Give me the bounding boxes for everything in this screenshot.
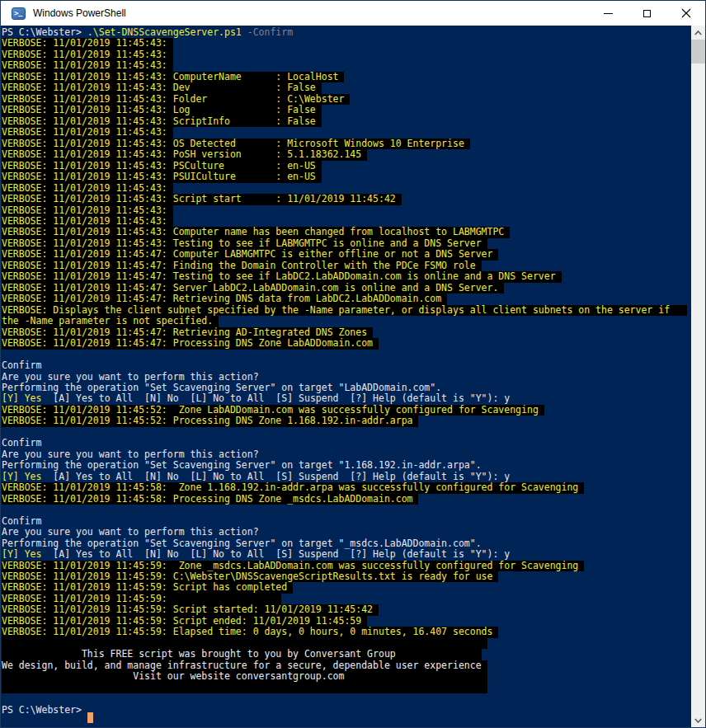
console-line: VERBOSE: 11/01/2019 11:45:59: xyxy=(2,594,691,604)
text-segment: VERBOSE: 11/01/2019 11:45:59: C:\Webster… xyxy=(2,571,498,582)
console-line: VERBOSE: 11/01/2019 11:45:43: xyxy=(2,60,691,71)
console-line: Performing the operation "Set Scavenging… xyxy=(2,538,691,549)
console-line: [Y] Yes [A] Yes to All [N] No [L] No to … xyxy=(2,549,691,560)
console-line: VERBOSE: 11/01/2019 11:45:59: Elapsed ti… xyxy=(2,627,691,637)
console-line: VERBOSE: 11/01/2019 11:45:43: Folder : C… xyxy=(2,94,691,105)
text-segment: Performing the operation "Set Scavenging… xyxy=(2,538,482,549)
console-line: VERBOSE: 11/01/2019 11:45:43: xyxy=(2,49,691,60)
console-line: This FREE script was brought to you by C… xyxy=(2,649,691,660)
console-output[interactable]: PS C:\Webster> .\Set-DNSScavengeServer.p… xyxy=(1,26,691,727)
maximize-button[interactable] xyxy=(628,1,666,26)
text-segment: [A] Yes to All [N] No [L] No to All [S] … xyxy=(41,393,510,404)
scroll-up-button[interactable] xyxy=(691,26,705,40)
text-segment: VERBOSE: Displays the client subnet spec… xyxy=(2,305,687,316)
text-segment: Visit our website conversantgroup.com xyxy=(2,671,487,682)
text-segment: Are you sure you want to perform this ac… xyxy=(2,372,259,383)
text-segment: This FREE script was brought to you by C… xyxy=(2,649,482,660)
console-line: PS C:\Webster> xyxy=(2,705,691,716)
text-segment: PS C:\Webster> xyxy=(2,27,87,38)
console-line: Visit our website conversantgroup.com xyxy=(2,671,691,682)
text-segment xyxy=(2,683,487,693)
text-segment: [A] Yes to All [N] No [L] No to All [S] … xyxy=(41,472,510,482)
text-segment: VERBOSE: 11/01/2019 11:45:43: xyxy=(2,38,173,49)
text-segment: VERBOSE: 11/01/2019 11:45:59: Script has… xyxy=(2,582,293,593)
text-segment: VERBOSE: 11/01/2019 11:45:43: ComputerNa… xyxy=(2,72,344,82)
text-segment: VERBOSE: 11/01/2019 11:45:59: Elapsed ti… xyxy=(2,627,498,637)
text-segment: PS C:\Webster> xyxy=(2,705,87,716)
console-line: VERBOSE: 11/01/2019 11:45:52: Processing… xyxy=(2,416,691,426)
close-icon xyxy=(681,8,691,18)
scrollbar-thumb[interactable] xyxy=(691,40,705,63)
console-line: VERBOSE: 11/01/2019 11:45:43: xyxy=(2,205,691,216)
text-segment: VERBOSE: 11/01/2019 11:45:43: Testing to… xyxy=(2,238,487,249)
text-segment: VERBOSE: 11/01/2019 11:45:52: Processing… xyxy=(2,416,418,426)
text-cursor xyxy=(87,712,93,723)
console-line xyxy=(2,693,691,704)
chevron-up-icon xyxy=(694,31,702,35)
title-bar[interactable]: > _ Windows PowerShell xyxy=(1,1,705,26)
text-segment: Are you sure you want to perform this ac… xyxy=(2,527,259,538)
console-line: VERBOSE: 11/01/2019 11:45:47: Processing… xyxy=(2,338,691,349)
console-line: VERBOSE: 11/01/2019 11:45:47: Computer L… xyxy=(2,249,691,260)
minimize-icon xyxy=(604,13,613,14)
text-segment: VERBOSE: 11/01/2019 11:45:58: Processing… xyxy=(2,494,418,505)
console-line xyxy=(2,350,691,360)
console-line: VERBOSE: 11/01/2019 11:45:59: Script end… xyxy=(2,616,691,627)
text-segment: VERBOSE: 11/01/2019 11:45:47: Server Lab… xyxy=(2,283,504,294)
console-line xyxy=(2,505,691,515)
text-segment: [Y] Yes xyxy=(2,472,41,482)
console-line: Confirm xyxy=(2,516,691,527)
text-segment: Are you sure you want to perform this ac… xyxy=(2,449,259,460)
text-segment: VERBOSE: 11/01/2019 11:45:59: Script end… xyxy=(2,616,367,627)
console-line: VERBOSE: 11/01/2019 11:45:58: Zone 1.168… xyxy=(2,482,691,493)
text-segment xyxy=(2,638,487,649)
console-line: VERBOSE: 11/01/2019 11:45:59: Script sta… xyxy=(2,604,691,615)
console-line: VERBOSE: 11/01/2019 11:45:43: Log : Fals… xyxy=(2,105,691,115)
console-line: VERBOSE: 11/01/2019 11:45:43: Script sta… xyxy=(2,194,691,204)
text-segment: VERBOSE: 11/01/2019 11:45:43: PSCulture … xyxy=(2,161,322,171)
text-segment: VERBOSE: 11/01/2019 11:45:43: PSUICultur… xyxy=(2,171,322,182)
text-segment: VERBOSE: 11/01/2019 11:45:43: ScriptInfo… xyxy=(2,116,322,127)
console-line: VERBOSE: 11/01/2019 11:45:43: Testing to… xyxy=(2,238,691,249)
text-segment: VERBOSE: 11/01/2019 11:45:43: Folder : C… xyxy=(2,94,350,105)
console-line: the -Name parameter is not specified. xyxy=(2,316,691,326)
console-line: VERBOSE: 11/01/2019 11:45:59: C:\Webster… xyxy=(2,571,691,582)
text-segment: -Confirm xyxy=(242,27,293,38)
console-line: VERBOSE: 11/01/2019 11:45:43: xyxy=(2,183,691,194)
console-line: [Y] Yes [A] Yes to All [N] No [L] No to … xyxy=(2,393,691,404)
maximize-icon xyxy=(643,10,651,17)
text-segment: [A] Yes to All [N] No [L] No to All [S] … xyxy=(41,549,510,560)
console-line xyxy=(2,638,691,649)
powershell-icon: > _ xyxy=(12,7,26,20)
console-line: VERBOSE: 11/01/2019 11:45:43: ScriptInfo… xyxy=(2,116,691,127)
text-segment: VERBOSE: 11/01/2019 11:45:43: PoSH versi… xyxy=(2,149,367,160)
text-segment: the -Name parameter is not specified. xyxy=(2,316,219,326)
console-line: Are you sure you want to perform this ac… xyxy=(2,449,691,460)
console-line: Confirm xyxy=(2,360,691,371)
text-segment: [Y] Yes xyxy=(2,549,41,560)
console-line: VERBOSE: 11/01/2019 11:45:43: xyxy=(2,216,691,227)
chevron-down-icon xyxy=(694,718,702,723)
console-line: Performing the operation "Set Scavenging… xyxy=(2,460,691,471)
close-button[interactable] xyxy=(666,1,705,26)
text-segment: Performing the operation "Set Scavenging… xyxy=(2,383,441,393)
text-segment: VERBOSE: 11/01/2019 11:45:47: Testing to… xyxy=(2,271,562,282)
vertical-scrollbar[interactable] xyxy=(691,26,705,727)
text-segment: VERBOSE: 11/01/2019 11:45:43: OS Detecte… xyxy=(2,139,470,149)
console-line: VERBOSE: 11/01/2019 11:45:43: PSUICultur… xyxy=(2,171,691,182)
console-line: We design, build, and manage infrastruct… xyxy=(2,660,691,671)
text-segment: VERBOSE: 11/01/2019 11:45:47: Finding th… xyxy=(2,261,482,271)
powershell-window: > _ Windows PowerShell PS C:\Webster> .\… xyxy=(0,0,706,728)
console-line: VERBOSE: Displays the client subnet spec… xyxy=(2,305,691,316)
text-segment: VERBOSE: 11/01/2019 11:45:47: Retrieving… xyxy=(2,327,373,338)
scroll-down-button[interactable] xyxy=(691,713,705,727)
text-segment: VERBOSE: 11/01/2019 11:45:52: Zone LabAD… xyxy=(2,405,544,416)
text-segment: VERBOSE: 11/01/2019 11:45:43: Script sta… xyxy=(2,194,402,204)
console-line: [Y] Yes [A] Yes to All [N] No [L] No to … xyxy=(2,472,691,482)
console-line: VERBOSE: 11/01/2019 11:45:43: ComputerNa… xyxy=(2,72,691,82)
text-segment: [Y] Yes xyxy=(2,393,41,404)
minimize-button[interactable] xyxy=(589,1,628,26)
console-line: Are you sure you want to perform this ac… xyxy=(2,527,691,538)
text-segment: Confirm xyxy=(2,360,41,371)
text-segment: VERBOSE: 11/01/2019 11:45:59: xyxy=(2,594,281,604)
